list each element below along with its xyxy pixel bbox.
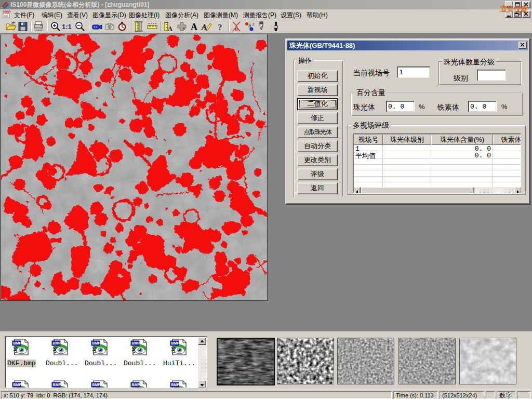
svg-text:1:1: 1:1 bbox=[62, 23, 72, 31]
svg-text:BMP: BMP bbox=[53, 341, 61, 345]
svg-text:BMP: BMP bbox=[171, 341, 180, 345]
svg-text:A: A bbox=[201, 23, 207, 31]
svg-text:BMP: BMP bbox=[132, 383, 140, 387]
svg-text:BMP: BMP bbox=[132, 341, 140, 345]
svg-text:?: ? bbox=[218, 22, 222, 32]
svg-text:BMP: BMP bbox=[53, 383, 61, 387]
svg-text:BMP: BMP bbox=[171, 383, 180, 387]
svg-text:BMP: BMP bbox=[92, 341, 101, 345]
svg-text:A: A bbox=[168, 25, 172, 32]
svg-text:A: A bbox=[191, 22, 197, 32]
svg-text:DOC: DOC bbox=[4, 12, 10, 15]
svg-text:BMP: BMP bbox=[14, 383, 22, 387]
svg-text:BMP: BMP bbox=[14, 341, 22, 345]
svg-text:BMP: BMP bbox=[92, 383, 101, 387]
svg-text:3: 3 bbox=[252, 22, 255, 26]
